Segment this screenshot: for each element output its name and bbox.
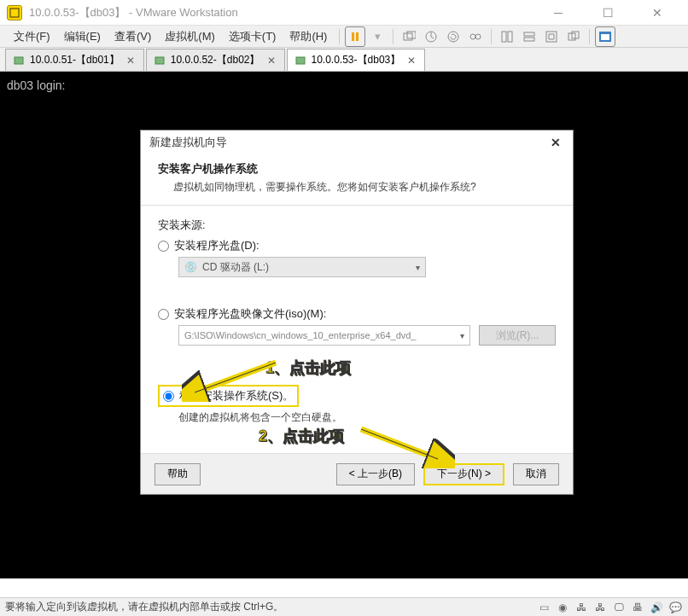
svg-rect-3 [404,33,412,40]
fullscreen-button[interactable] [595,26,615,47]
svg-point-8 [475,34,481,39]
quick-switch-icon[interactable] [563,26,584,47]
window-title: 10.0.0.53-【db03】 - VMware Workstation [29,5,541,20]
new-vm-wizard-dialog: 新建虚拟机向导 ✕ 安装客户机操作系统 虚拟机如同物理机，需要操作系统。您将如何… [140,130,574,495]
svg-rect-10 [508,32,512,42]
vm-icon [154,55,166,67]
menu-vm[interactable]: 虚拟机(M) [158,26,222,47]
svg-rect-11 [524,32,534,36]
dialog-subheading: 虚拟机如同物理机，需要操作系统。您将如何安装客户机操作系统? [158,180,556,195]
radio-install-later-label: 稍后安装操作系统(S)。 [179,388,294,404]
cd-drive-select[interactable]: 💿 CD 驱动器 (L:) ▾ [178,257,426,277]
radio-iso-file[interactable] [158,309,169,320]
tab-db03[interactable]: 10.0.0.53-【db03】 ✕ [287,49,426,71]
later-note: 创建的虚拟机将包含一个空白硬盘。 [178,410,556,425]
radio-installer-disc-label: 安装程序光盘(D): [174,238,259,253]
vm-icon [13,55,25,67]
thumbnail-icon[interactable] [519,26,539,47]
cancel-button[interactable]: 取消 [513,463,559,485]
menu-tab[interactable]: 选项卡(T) [222,26,283,47]
printer-icon[interactable]: 🖶 [630,601,645,614]
svg-rect-13 [546,32,557,42]
svg-rect-12 [524,38,534,41]
svg-rect-18 [15,57,23,64]
tab-close-icon[interactable]: ✕ [405,55,417,67]
tab-close-icon[interactable]: ✕ [125,55,137,67]
menu-help[interactable]: 帮助(H) [283,26,334,47]
dialog-close-button[interactable]: ✕ [547,134,564,151]
svg-rect-20 [296,57,305,64]
browse-button[interactable]: 浏览(R)... [479,325,556,346]
dialog-title: 新建虚拟机向导 [149,135,227,150]
chevron-down-icon: ▾ [416,263,420,272]
window-titlebar: 10.0.0.53-【db03】 - VMware Workstation ─ … [0,0,688,26]
snapshot-icon[interactable] [421,26,441,47]
svg-rect-9 [502,32,506,42]
minimize-button[interactable]: ─ [541,3,575,22]
snapshot-manager-icon[interactable] [465,26,486,47]
annotation-step2: 2、点击此项 [259,426,344,446]
cd-icon[interactable]: ◉ [555,601,570,614]
svg-rect-0 [10,9,19,17]
dialog-heading: 安装客户机操作系统 [158,161,556,177]
svg-rect-2 [356,32,359,41]
msg-icon[interactable]: 💬 [668,601,683,614]
app-icon [7,5,22,20]
vm-icon [294,55,306,67]
pause-button[interactable] [345,26,365,47]
menu-file[interactable]: 文件(F) [7,26,57,47]
menubar: 文件(F) 编辑(E) 查看(V) 虚拟机(M) 选项卡(T) 帮助(H) ▾ [0,26,688,48]
help-button[interactable]: 帮助 [155,463,201,485]
svg-rect-4 [407,32,416,38]
status-hint: 要将输入定向到该虚拟机，请在虚拟机内部单击或按 Ctrl+G。 [5,600,283,614]
power-dropdown[interactable]: ▾ [367,26,388,47]
hdd-icon[interactable]: ▭ [536,601,551,614]
terminal-line: db03 login: [7,78,681,92]
svg-rect-1 [352,32,354,41]
svg-rect-19 [155,57,164,64]
disc-icon: 💿 [184,261,197,273]
sound-icon[interactable]: 🔊 [649,601,664,614]
chevron-down-icon: ▾ [460,331,464,340]
svg-point-6 [448,32,458,42]
status-device-icons: ▭ ◉ 🖧 🖧 🖵 🖶 🔊 💬 [536,601,683,614]
menu-view[interactable]: 查看(V) [108,26,158,47]
radio-install-later[interactable] [163,391,174,402]
svg-point-7 [470,34,475,39]
nic-icon[interactable]: 🖧 [574,601,589,614]
display-icon[interactable]: 🖵 [611,601,627,614]
maximize-button[interactable]: ☐ [591,3,625,22]
unity-icon[interactable] [497,26,517,47]
tab-close-icon[interactable]: ✕ [265,55,277,67]
send-ctrl-alt-del-icon[interactable] [399,26,419,47]
tabbar: 10.0.0.51-【db01】 ✕ 10.0.0.52-【db02】 ✕ 10… [0,48,688,72]
tab-db02[interactable]: 10.0.0.52-【db02】 ✕ [146,49,285,71]
window-controls: ─ ☐ ✕ [541,3,674,22]
radio-installer-disc[interactable] [158,241,169,252]
stretch-icon[interactable] [541,26,562,47]
next-button[interactable]: 下一步(N) > [423,463,504,485]
snapshot-revert-icon[interactable] [443,26,464,47]
tab-db01[interactable]: 10.0.0.51-【db01】 ✕ [5,49,144,71]
close-button[interactable]: ✕ [640,3,674,22]
nic2-icon[interactable]: 🖧 [592,601,608,614]
svg-rect-17 [601,34,609,40]
source-label: 安装来源: [158,218,556,233]
menu-edit[interactable]: 编辑(E) [57,26,108,47]
statusbar: 要将输入定向到该虚拟机，请在虚拟机内部单击或按 Ctrl+G。 ▭ ◉ 🖧 🖧 … [0,597,688,616]
back-button[interactable]: < 上一步(B) [336,463,415,485]
iso-path-select[interactable]: G:\ISO\Windows\cn_windows_10_enterprise_… [178,325,470,346]
radio-iso-file-label: 安装程序光盘映像文件(iso)(M): [174,306,326,322]
